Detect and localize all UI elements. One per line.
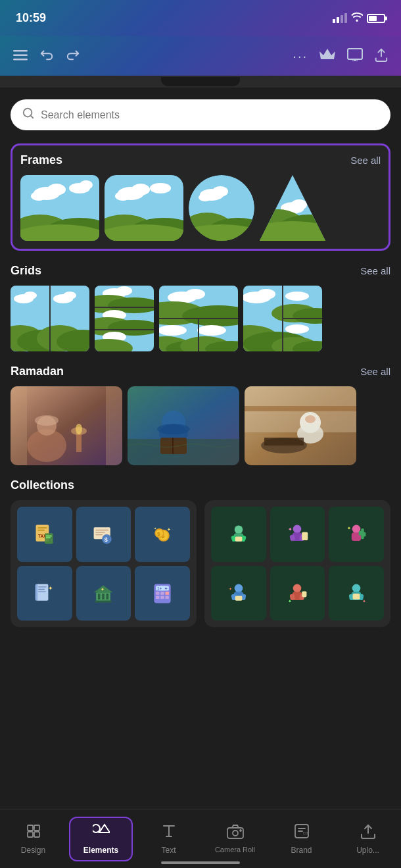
svg-rect-120	[46, 537, 51, 538]
svg-rect-193	[28, 825, 33, 830]
collection-icon-11: ✦	[270, 566, 325, 621]
svg-point-10	[80, 180, 93, 190]
svg-point-175	[235, 584, 243, 592]
nav-item-text[interactable]: Text	[138, 818, 199, 860]
svg-rect-138	[38, 588, 45, 589]
nav-item-brand[interactable]: CO. Brand	[271, 818, 332, 860]
svg-text:$: $	[157, 531, 160, 537]
svg-rect-156	[160, 596, 164, 599]
main-content: Frames See all	[0, 88, 401, 809]
search-input[interactable]	[41, 109, 379, 121]
collection-icon-7	[211, 507, 266, 562]
svg-rect-137	[38, 586, 47, 587]
menu-button[interactable]	[13, 49, 28, 64]
svg-point-38	[24, 292, 37, 299]
collection-icon-5: ✦	[76, 566, 131, 621]
svg-text:✦: ✦	[288, 526, 293, 532]
wifi-icon	[351, 13, 363, 24]
svg-rect-143	[98, 594, 101, 600]
nav-label-brand: Brand	[291, 846, 312, 855]
svg-point-181	[293, 584, 302, 592]
collection-card-1[interactable]: TAX	[11, 500, 197, 627]
ramadan-item-1[interactable]	[11, 386, 122, 465]
ramadan-see-all[interactable]: See all	[360, 366, 390, 377]
svg-point-31	[291, 199, 307, 210]
svg-rect-123	[96, 532, 105, 532]
collection-icon-8: ✦	[270, 507, 325, 562]
svg-rect-90	[11, 386, 122, 465]
frame-triangle[interactable]	[260, 175, 325, 241]
elements-icon	[93, 823, 110, 843]
svg-point-163	[293, 524, 302, 533]
upload-button[interactable]	[375, 47, 388, 65]
svg-text:✦: ✦	[362, 598, 366, 604]
collection-icon-6: + 1+	[135, 566, 190, 621]
notch-area	[0, 76, 401, 88]
frame-circle[interactable]	[189, 175, 254, 241]
svg-rect-92	[106, 386, 122, 465]
frame-rectangle[interactable]	[20, 175, 99, 241]
status-time: 10:59	[16, 11, 46, 25]
svg-point-111	[305, 415, 316, 423]
undo-button[interactable]	[39, 48, 54, 64]
grid-item-2[interactable]	[95, 286, 154, 351]
svg-rect-2	[13, 59, 28, 61]
grid-item-3[interactable]	[159, 286, 238, 351]
bottom-nav: Design Elements Text	[0, 809, 401, 868]
ramadan-item-2[interactable]	[128, 386, 239, 465]
svg-rect-153	[160, 592, 164, 595]
collections-row: TAX	[11, 500, 390, 627]
svg-text:✦: ✦	[167, 526, 171, 532]
status-icons	[333, 13, 385, 24]
svg-rect-154	[166, 592, 169, 595]
svg-text:$: $	[105, 536, 108, 543]
svg-point-7	[47, 184, 66, 195]
svg-point-28	[189, 224, 254, 241]
svg-rect-146	[95, 600, 112, 602]
nav-item-elements[interactable]: Elements	[69, 817, 133, 861]
svg-rect-173	[363, 532, 366, 536]
ramadan-item-3[interactable]	[245, 386, 356, 465]
ramadan-section: Ramadan See all	[11, 365, 390, 465]
toolbar-right: ···	[293, 47, 388, 65]
crown-icon[interactable]	[319, 47, 335, 64]
present-button[interactable]	[347, 48, 363, 64]
svg-rect-152	[156, 592, 159, 595]
svg-rect-195	[28, 832, 33, 837]
svg-point-21	[105, 224, 183, 241]
collection-card-2[interactable]: ✦ ✦	[204, 500, 390, 627]
svg-rect-122	[96, 530, 109, 530]
svg-rect-162	[235, 536, 242, 541]
grids-header: Grids See all	[11, 264, 390, 278]
collection-icon-2: $	[76, 507, 131, 562]
upload-nav-icon	[361, 823, 375, 843]
frame-rounded-rect[interactable]	[105, 175, 183, 241]
svg-text:✦: ✦	[347, 525, 351, 531]
redo-button[interactable]	[66, 48, 80, 64]
grids-row	[11, 286, 390, 351]
nav-item-camera[interactable]: Camera Roll	[204, 819, 266, 859]
svg-text:CO.: CO.	[303, 831, 309, 835]
svg-point-82	[285, 292, 309, 301]
grid-item-1[interactable]	[11, 286, 89, 351]
svg-rect-119	[46, 536, 52, 536]
svg-rect-172	[359, 530, 362, 535]
svg-point-64	[185, 289, 205, 299]
svg-rect-124	[96, 534, 103, 535]
svg-point-18	[150, 183, 171, 193]
more-options-button[interactable]: ···	[293, 49, 308, 64]
svg-point-103	[157, 424, 190, 434]
collection-grid-2: ✦ ✦	[211, 507, 384, 621]
frames-title: Frames	[20, 153, 62, 167]
frames-see-all[interactable]: See all	[350, 155, 381, 166]
nav-item-design[interactable]: Design	[3, 818, 64, 860]
grids-see-all[interactable]: See all	[360, 265, 390, 276]
svg-text:✦: ✦	[48, 584, 53, 591]
search-icon	[22, 107, 34, 122]
nav-item-upload[interactable]: Uplo...	[337, 818, 398, 860]
grid-item-4[interactable]	[243, 286, 322, 351]
svg-rect-145	[106, 594, 109, 600]
ramadan-header: Ramadan See all	[11, 365, 390, 378]
ramadan-title: Ramadan	[11, 365, 64, 378]
nav-label-text: Text	[161, 846, 176, 855]
